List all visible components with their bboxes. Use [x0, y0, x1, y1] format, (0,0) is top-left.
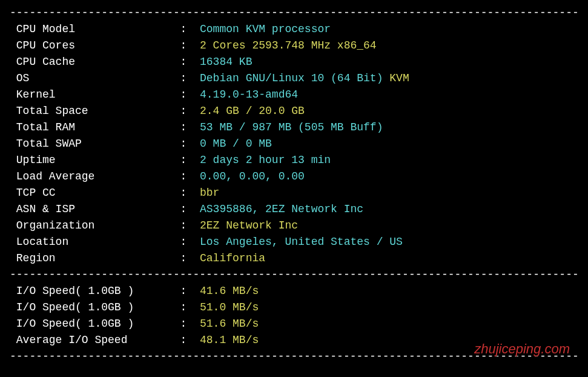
value-io3: 51.6 MB/s [200, 316, 259, 332]
row-cpu-model: CPU Model : Common KVM processor [10, 21, 578, 38]
label-io-avg: Average I/O Speed [10, 332, 167, 349]
row-total-swap: Total SWAP : 0 MB / 0 MB [10, 136, 578, 152]
row-tcp-cc: TCP CC : bbr [10, 185, 578, 201]
label-total-swap: Total SWAP [10, 136, 167, 152]
colon: : [167, 136, 200, 152]
value-tcp-cc: bbr [200, 185, 219, 201]
label-total-ram: Total RAM [10, 119, 167, 136]
label-cpu-cache: CPU Cache [10, 54, 167, 70]
label-tcp-cc: TCP CC [10, 185, 167, 201]
row-uptime: Uptime : 2 days 2 hour 13 min [10, 152, 578, 168]
row-cpu-cores: CPU Cores : 2 Cores 2593.748 MHz x86_64 [10, 38, 578, 54]
colon: : [167, 234, 200, 250]
value-cpu-cache: 16384 KB [200, 54, 252, 70]
label-total-space: Total Space [10, 103, 167, 119]
label-io3: I/O Speed( 1.0GB ) [10, 316, 167, 332]
value-total-ram: 53 MB / 987 MB (505 MB Buff) [200, 119, 383, 136]
row-asn-isp: ASN & ISP : AS395886, 2EZ Network Inc [10, 201, 578, 218]
label-cpu-model: CPU Model [10, 21, 167, 38]
row-cpu-cache: CPU Cache : 16384 KB [10, 54, 578, 70]
colon: : [167, 218, 200, 234]
colon: : [167, 103, 200, 119]
value-total-space: 2.4 GB / 20.0 GB [200, 103, 305, 119]
value-kernel: 4.19.0-13-amd64 [200, 87, 298, 103]
value-os-part2: KVM [389, 70, 409, 87]
value-io2: 51.0 MB/s [200, 299, 259, 316]
row-os: OS : Debian GNU/Linux 10 (64 Bit) KVM [10, 70, 578, 87]
row-kernel: Kernel : 4.19.0-13-amd64 [10, 87, 578, 103]
value-os-part1: Debian GNU/Linux 10 (64 Bit) [200, 70, 389, 87]
label-organization: Organization [10, 218, 167, 234]
row-io3: I/O Speed( 1.0GB ) : 51.6 MB/s [10, 316, 578, 332]
row-organization: Organization : 2EZ Network Inc [10, 218, 578, 234]
divider-top: ----------------------------------------… [10, 5, 578, 21]
label-io2: I/O Speed( 1.0GB ) [10, 299, 167, 316]
value-cpu-cores: 2 Cores 2593.748 MHz x86_64 [200, 38, 377, 54]
colon: : [167, 70, 200, 87]
label-region: Region [10, 250, 167, 267]
value-asn-isp: AS395886, 2EZ Network Inc [200, 201, 363, 218]
label-io1: I/O Speed( 1.0GB ) [10, 283, 167, 299]
label-cpu-cores: CPU Cores [10, 38, 167, 54]
colon: : [167, 38, 200, 54]
colon: : [167, 283, 200, 299]
colon: : [167, 299, 200, 316]
watermark: zhujiceping.com [474, 339, 570, 359]
colon: : [167, 168, 200, 185]
colon: : [167, 332, 200, 349]
label-load-avg: Load Average [10, 168, 167, 185]
row-location: Location : Los Angeles, United States / … [10, 234, 578, 250]
row-io2: I/O Speed( 1.0GB ) : 51.0 MB/s [10, 299, 578, 316]
colon: : [167, 185, 200, 201]
row-total-space: Total Space : 2.4 GB / 20.0 GB [10, 103, 578, 119]
colon: : [167, 316, 200, 332]
row-total-ram: Total RAM : 53 MB / 987 MB (505 MB Buff) [10, 119, 578, 136]
value-uptime: 2 days 2 hour 13 min [200, 152, 331, 168]
value-io1: 41.6 MB/s [200, 283, 259, 299]
divider-mid: ----------------------------------------… [10, 267, 578, 283]
label-os: OS [10, 70, 167, 87]
value-cpu-model: Common KVM processor [200, 21, 331, 38]
value-total-swap: 0 MB / 0 MB [200, 136, 272, 152]
value-organization: 2EZ Network Inc [200, 218, 298, 234]
label-location: Location [10, 234, 167, 250]
colon: : [167, 54, 200, 70]
colon: : [167, 21, 200, 38]
row-load-avg: Load Average : 0.00, 0.00, 0.00 [10, 168, 578, 185]
colon: : [167, 87, 200, 103]
value-io-avg: 48.1 MB/s [200, 332, 259, 349]
label-uptime: Uptime [10, 152, 167, 168]
label-kernel: Kernel [10, 87, 167, 103]
value-region: California [200, 250, 265, 267]
colon: : [167, 201, 200, 218]
colon: : [167, 250, 200, 267]
label-asn-isp: ASN & ISP [10, 201, 167, 218]
row-io1: I/O Speed( 1.0GB ) : 41.6 MB/s [10, 283, 578, 299]
value-location: Los Angeles, United States / US [200, 234, 403, 250]
value-load-avg: 0.00, 0.00, 0.00 [200, 168, 305, 185]
row-region: Region : California [10, 250, 578, 267]
colon: : [167, 152, 200, 168]
colon: : [167, 119, 200, 136]
